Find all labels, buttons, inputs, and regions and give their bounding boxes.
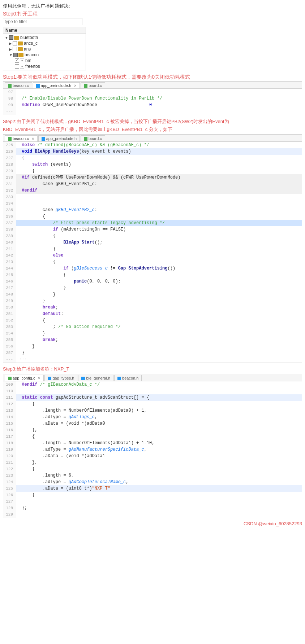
code-line-246: 246 panic(0, 0, 0, 0); — [3, 278, 302, 285]
code-line-111: 111 static const gapAdStructure_t advSca… — [3, 394, 302, 401]
code-line-128: 128 }; — [3, 505, 302, 511]
tab-icon-app-config-c-3 — [8, 377, 12, 380]
code-line-255: 255 break; — [3, 337, 302, 343]
code-line-250: 250 break; — [3, 304, 302, 311]
code-line-252: 252 { — [3, 317, 302, 324]
tree-label-beacon: beacon — [25, 52, 39, 57]
tab-app-preinclude-h-2[interactable]: app_preinclude.h — [38, 135, 80, 141]
code-panel-3: app_config.c ✕ gap_types.h ble_general.h… — [3, 374, 302, 518]
code-line-126: 126 } — [3, 492, 302, 498]
code-line-129: 129 — [3, 511, 302, 518]
filter-input[interactable] — [3, 18, 82, 25]
tab-board-c-2[interactable]: board.c — [81, 135, 105, 141]
code-body-2: 225 #else /* defined(gBeaconAE_c) && (gB… — [3, 142, 302, 363]
code-line-226: 226 void BleApp_HandleKeys(key_event_t e… — [3, 148, 302, 155]
tree-item-ans[interactable]: ▶ ans — [3, 46, 86, 52]
step0-heading: Step0:打开工程 — [3, 11, 302, 17]
code-line-110: 110 — [3, 388, 302, 394]
checkbox-beacon[interactable] — [13, 53, 18, 57]
code-body-1: 97 98 /* Enable/Disable PowerDown functi… — [3, 89, 302, 115]
tree-header: Name — [3, 27, 86, 34]
tab-app-preinclude-h-1[interactable]: app_preinclude.h ✕ — [33, 82, 80, 88]
tab-icon-ble-general-h-3 — [81, 377, 85, 380]
code-panel-2: beacon.c ✕ app_preinclude.h board.c 225 … — [3, 134, 302, 363]
tab-icon-board-c-2 — [84, 137, 87, 141]
code-line-231: 231 case gKBD_EventPB1_c: — [3, 181, 302, 187]
folder-icon-ancs_c — [18, 41, 23, 45]
code-line-245: 245 { — [3, 272, 302, 278]
code-line-229: 229 { — [3, 168, 302, 174]
checkbox-freertos[interactable] — [15, 64, 19, 69]
file-icon-bm: ≡ — [20, 58, 24, 63]
checkbox-bm[interactable] — [15, 58, 19, 63]
close-tab-2[interactable]: ✕ — [31, 137, 34, 141]
code-line-99: 99 #define cPWR_UsePowerDownMode 0 — [3, 102, 302, 108]
code-line-257: 257 } — [3, 350, 302, 356]
tree-item-bluetooth[interactable]: ▼ bluetooth — [3, 35, 86, 40]
tab-board-c-1[interactable]: board.c — [81, 82, 105, 88]
folder-icon-ans — [18, 47, 23, 51]
tree-item-ancs_c[interactable]: ▶ ancs_c — [3, 40, 86, 46]
code-line-127: 127 — [3, 498, 302, 505]
code-line-sep1: --- — [3, 108, 302, 115]
code-line-119: 119 .adType = gAdManufacturerSpecificDat… — [3, 446, 302, 453]
tab-gap-types-h-3[interactable]: gap_types.h — [44, 375, 77, 381]
code-line-240: 240 BleApp_Start(); — [3, 239, 302, 246]
code-line-230: 230 #if defined(cPWR_UsePowerDownMode) &… — [3, 174, 302, 181]
file-icon-freertos: ≡ — [20, 64, 24, 69]
code-line-120: 120 .aData = (void *)adData1 — [3, 453, 302, 459]
checkbox-bluetooth[interactable] — [9, 35, 13, 40]
code-line-113: 113 .length = NumberOfElements(adData0) … — [3, 407, 302, 414]
code-line-115: 115 .aData = (void *)adData0 — [3, 420, 302, 427]
arrow-icon-ans: ▶ — [9, 47, 12, 51]
arrow-icon-bluetooth: ▼ — [5, 36, 8, 40]
code-line-253: 253 ; /* No action required */ — [3, 324, 302, 330]
code-line-122: 122 { — [3, 466, 302, 472]
checkbox-ancs_c[interactable] — [13, 41, 17, 45]
code-body-3: 109 #endif /* gIBeaconAdvData_c */ 110 1… — [3, 381, 302, 518]
tree-item-freertos[interactable]: ≡ freertos — [3, 63, 86, 69]
code-line-97: 97 — [3, 89, 302, 95]
tree-item-bm[interactable]: ≡ bm — [3, 58, 86, 63]
code-line-118: 118 .length = NumberOfElements(adData1) … — [3, 440, 302, 446]
close-tab-3[interactable]: ✕ — [38, 376, 40, 380]
tab-beacon-c-1[interactable]: beacon.c — [5, 82, 32, 88]
code-line-121: 121 }, — [3, 459, 302, 466]
intro-text: 使用此例程，无法广播问题解决: — [3, 3, 302, 9]
tab-ble-general-h-3[interactable]: ble_general.h — [78, 375, 113, 381]
tab-beacon-c-2[interactable]: beacon.c ✕ — [5, 135, 38, 141]
code-line-251: 251 default: — [3, 311, 302, 317]
code-line-238: 238 if (mAdvertisingOn == FALSE) — [3, 226, 302, 233]
code-line-225: 225 #else /* defined(gBeaconAE_c) && (gB… — [3, 142, 302, 148]
code-line-124: 124 .adType = gAdCompleteLocalName_c, — [3, 479, 302, 485]
code-line-249: 249 } — [3, 298, 302, 304]
tab-icon-board-c-1 — [84, 84, 87, 88]
code-line-256: 256 } — [3, 343, 302, 350]
tree-label-bluetooth: bluetooth — [20, 35, 38, 40]
tab-icon-app-preinclude-h-2 — [42, 137, 45, 141]
code-line-98: 98 /* Enable/Disable PowerDown functiona… — [3, 95, 302, 102]
close-tab-1[interactable]: ✕ — [74, 84, 77, 88]
code-line-125: 125 .aData = (uint8_t*)"NXP_T" — [3, 485, 302, 492]
code-line-237: 237 /* First press starts legacy adverti… — [3, 220, 302, 226]
tab-beacon-h-3[interactable]: beacon.h — [114, 375, 142, 381]
tab-icon-beacon-h-3 — [117, 377, 121, 380]
project-tree: Name ▼ bluetooth ▶ ancs_c ▶ — [3, 27, 86, 70]
folder-icon-beacon — [18, 53, 23, 57]
code-line-232: 232 #endif — [3, 187, 302, 194]
checkbox-ans[interactable] — [13, 47, 17, 51]
code-tabs-1: beacon.c app_preinclude.h ✕ board.c — [3, 82, 302, 89]
code-line-236: 236 { — [3, 213, 302, 220]
folder-icon-bluetooth — [14, 36, 19, 40]
arrow-icon-beacon: ▼ — [9, 53, 13, 57]
code-panel-1: beacon.c app_preinclude.h ✕ board.c 97 9… — [3, 81, 302, 115]
step2-heading2: KBD_EventPB1_c，无法开启广播，因此需要加上gKBD_EventPB… — [3, 126, 302, 133]
code-line-109: 109 #endif /* gIBeaconAdvData_c */ — [3, 381, 302, 388]
code-line-123: 123 .length = 6, — [3, 472, 302, 479]
tree-item-beacon[interactable]: ▼ beacon — [3, 52, 86, 58]
tree-label-ans: ans — [24, 47, 31, 52]
tab-app-config-c-3[interactable]: app_config.c ✕ — [5, 375, 44, 381]
step1-heading: Step1:要关闭低功耗模式，如下图默认1使能低功耗模式，需要改为0关闭低功耗模… — [3, 74, 302, 80]
code-line-117: 117 { — [3, 433, 302, 440]
tree-body: ▼ bluetooth ▶ ancs_c ▶ ans — [3, 34, 86, 70]
